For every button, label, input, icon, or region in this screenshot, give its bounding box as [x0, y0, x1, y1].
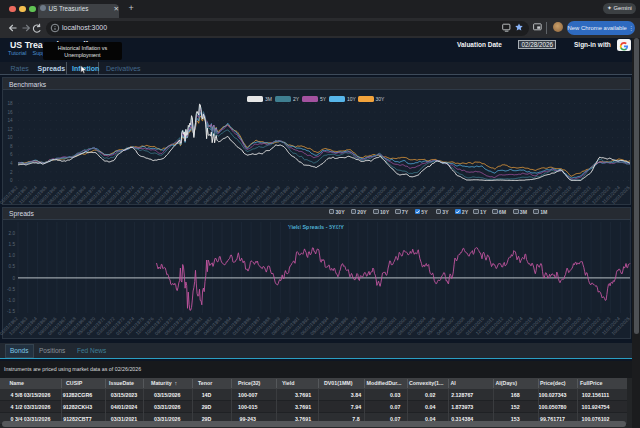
- svg-text:1.0: 1.0: [9, 253, 16, 258]
- svg-text:1.5: 1.5: [9, 242, 16, 247]
- svg-text:-1.5: -1.5: [7, 309, 15, 314]
- svg-text:0.5: 0.5: [9, 264, 16, 269]
- svg-text:-1.0: -1.0: [7, 298, 15, 303]
- svg-text:0: 0: [12, 276, 15, 281]
- svg-text:-0.5: -0.5: [7, 287, 15, 292]
- svg-text:2.0: 2.0: [9, 231, 16, 236]
